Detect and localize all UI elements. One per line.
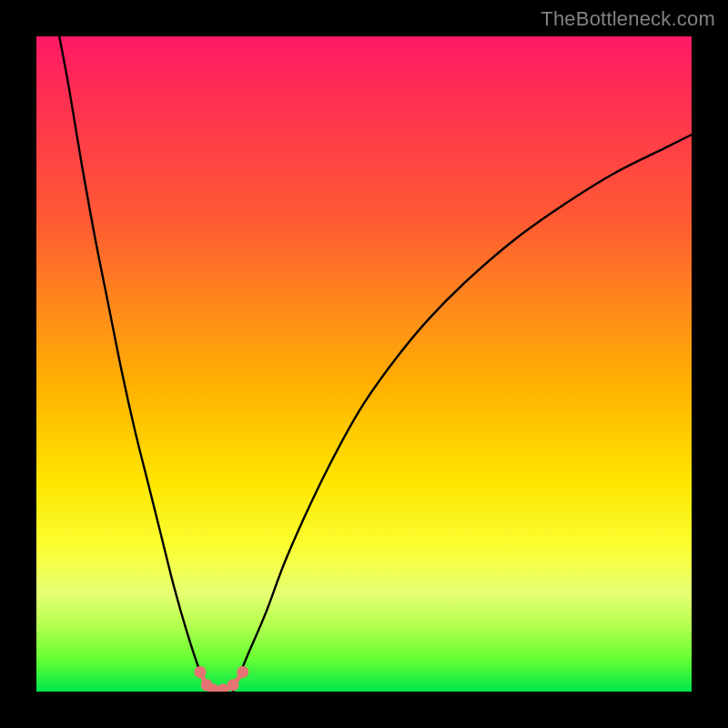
- chart-frame: TheBottleneck.com: [0, 0, 728, 728]
- plot-area: [36, 36, 692, 692]
- curve-right-branch: [233, 135, 692, 692]
- watermark-text: TheBottleneck.com: [541, 7, 715, 31]
- trough-marker: [228, 679, 239, 691]
- curve-left-branch: [59, 36, 210, 692]
- curve-layer: [36, 36, 692, 692]
- trough-marker: [237, 666, 248, 678]
- trough-marker: [195, 666, 207, 678]
